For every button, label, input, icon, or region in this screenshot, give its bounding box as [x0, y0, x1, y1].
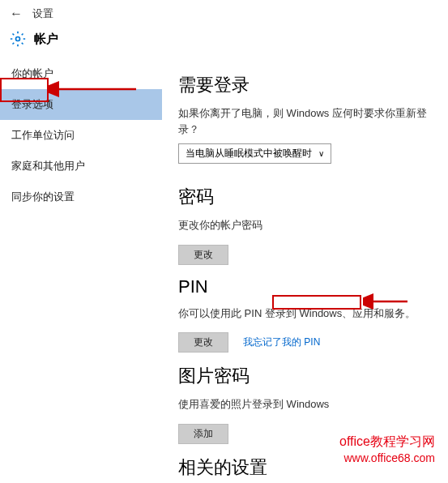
watermark: office教程学习网 www.office68.com: [339, 433, 435, 467]
signin-heading: 需要登录: [178, 73, 432, 97]
settings-label: 设置: [32, 6, 53, 21]
gear-icon: [10, 31, 26, 47]
signin-desc: 如果你离开了电脑，则 Windows 应何时要求你重新登录？: [178, 105, 432, 137]
pin-heading: PIN: [178, 276, 432, 297]
sidebar: 你的帐户 登录选项 工作单位访问 家庭和其他用户 同步你的设置: [0, 58, 162, 483]
password-change-button[interactable]: 更改: [178, 245, 228, 265]
content-pane: 需要登录 如果你离开了电脑，则 Windows 应何时要求你重新登录？ 当电脑从…: [162, 58, 448, 483]
password-desc: 更改你的帐户密码: [178, 217, 432, 233]
watermark-line1: office教程学习网: [339, 433, 435, 451]
watermark-line2: www.office68.com: [339, 451, 435, 467]
back-arrow-icon[interactable]: ←: [10, 6, 23, 21]
page-title: 帐户: [34, 32, 58, 47]
sidebar-item-signin-options[interactable]: 登录选项: [0, 89, 162, 120]
pin-desc: 你可以使用此 PIN 登录到 Windows、应用和服务。: [178, 306, 432, 322]
picture-desc: 使用喜爱的照片登录到 Windows: [178, 396, 432, 412]
password-heading: 密码: [178, 185, 432, 209]
pin-change-button[interactable]: 更改: [178, 332, 228, 353]
pin-forgot-link[interactable]: 我忘记了我的 PIN: [243, 336, 320, 349]
svg-point-0: [16, 37, 20, 41]
sidebar-item-sync[interactable]: 同步你的设置: [0, 182, 162, 212]
sidebar-item-family[interactable]: 家庭和其他用户: [0, 151, 162, 182]
sidebar-item-work-access[interactable]: 工作单位访问: [0, 120, 162, 151]
picture-heading: 图片密码: [178, 364, 432, 388]
sidebar-item-account[interactable]: 你的帐户: [0, 58, 162, 89]
chevron-down-icon: ∨: [318, 149, 324, 158]
dropdown-value: 当电脑从睡眠模式中被唤醒时: [186, 147, 312, 160]
signin-dropdown[interactable]: 当电脑从睡眠模式中被唤醒时 ∨: [178, 143, 331, 164]
picture-add-button[interactable]: 添加: [178, 424, 228, 444]
